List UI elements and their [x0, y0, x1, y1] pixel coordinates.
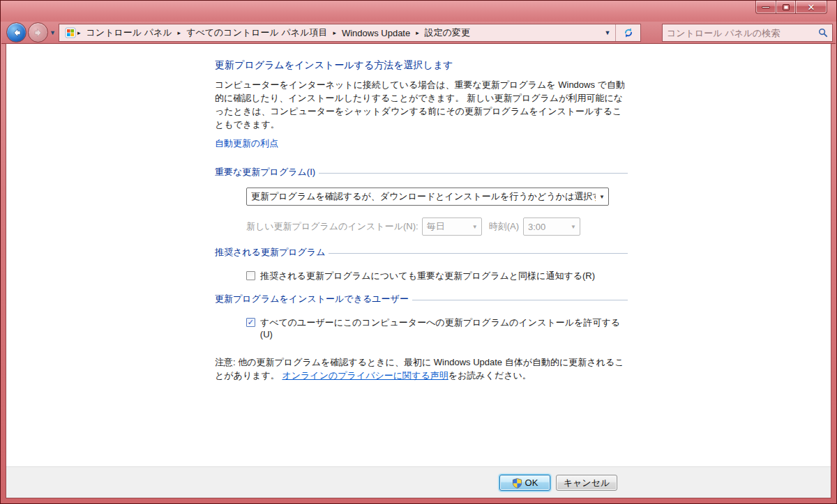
privacy-statement-link[interactable]: オンラインのプライバシーに関する声明: [282, 370, 448, 381]
breadcrumb-item-windows-update[interactable]: Windows Update: [338, 28, 414, 38]
install-schedule-row: 新しい更新プログラムのインストール(N): 毎日 ▼ 時刻(A) 3:00 ▼: [246, 217, 628, 236]
close-icon: ✕: [808, 3, 815, 12]
allow-all-users-checkbox[interactable]: ✓: [246, 318, 255, 327]
who-can-install-title: 更新プログラムをインストールできるユーザー: [215, 293, 409, 305]
recommended-updates-checkbox-label[interactable]: 推奨される更新プログラムについても重要な更新プログラムと同様に通知する(R): [260, 270, 595, 282]
cancel-button-label: キャンセル: [564, 477, 610, 489]
refresh-button[interactable]: [615, 24, 640, 41]
install-time-dropdown: 3:00 ▼: [523, 217, 580, 236]
install-frequency-dropdown: 毎日 ▼: [422, 217, 482, 236]
search-box: [662, 24, 833, 42]
dropdown-arrow-icon: ▼: [469, 224, 481, 230]
maximize-button[interactable]: [776, 1, 796, 14]
page-title: 更新プログラムをインストールする方法を選択します: [215, 59, 628, 72]
ok-button-label: OK: [525, 478, 538, 488]
footer-bar: OK キャンセル: [6, 466, 831, 498]
refresh-icon: [623, 27, 634, 38]
back-arrow-icon: [11, 27, 22, 38]
navigation-bar: ▼ ▸ コントロール パネル ▸ すべてのコントロール パネル項目 ▸ Wind…: [1, 22, 836, 44]
window: ✕ ▼ ▸ コントロール パネル: [0, 0, 837, 504]
who-can-install-section-header: 更新プログラムをインストールできるユーザー: [215, 293, 628, 305]
section-divider: [319, 173, 628, 174]
content-area: 更新プログラムをインストールする方法を選択します コンピューターをインターネット…: [6, 44, 831, 498]
note-part2: をお読みください。: [448, 370, 531, 381]
important-updates-section-header: 重要な更新プログラム(I): [215, 166, 628, 178]
install-time-value: 3:00: [524, 222, 567, 232]
intro-text: コンピューターをインターネットに接続している場合は、重要な更新プログラムを Wi…: [215, 78, 628, 131]
install-frequency-value: 毎日: [423, 220, 469, 233]
recommended-updates-row: 推奨される更新プログラムについても重要な更新プログラムと同様に通知する(R): [246, 270, 628, 282]
install-time-label: 時刻(A): [489, 220, 519, 233]
install-schedule-label: 新しい更新プログラムのインストール(N):: [246, 220, 418, 233]
who-can-install-row: ✓ すべてのユーザーにこのコンピューターへの更新プログラムのインストールを許可す…: [246, 316, 628, 339]
title-bar[interactable]: ✕: [1, 1, 836, 22]
search-icon[interactable]: [814, 28, 832, 38]
check-icon: ✓: [248, 319, 254, 326]
address-bar[interactable]: ▸ コントロール パネル ▸ すべてのコントロール パネル項目 ▸ Window…: [59, 24, 641, 42]
breadcrumb-item-change-settings[interactable]: 設定の変更: [421, 26, 474, 39]
address-dropdown-chevron-icon[interactable]: ▼: [600, 29, 615, 36]
breadcrumb-item-control-panel[interactable]: コントロール パネル: [82, 26, 176, 39]
forward-button[interactable]: [28, 22, 48, 43]
breadcrumb-item-all-items[interactable]: すべてのコントロール パネル項目: [182, 26, 331, 39]
close-button[interactable]: ✕: [796, 1, 827, 14]
important-updates-dropdown-value: 更新プログラムを確認するが、ダウンロードとインストールを行うかどうかは選択する: [247, 190, 596, 203]
minimize-icon: [762, 6, 770, 8]
maximize-icon: [783, 4, 790, 10]
important-updates-dropdown[interactable]: 更新プログラムを確認するが、ダウンロードとインストールを行うかどうかは選択する …: [246, 188, 609, 206]
control-panel-icon: [65, 27, 76, 38]
breadcrumb-arrow-icon[interactable]: ▸: [76, 29, 82, 36]
recent-pages-chevron-icon[interactable]: ▼: [50, 29, 56, 36]
dropdown-arrow-icon: ▼: [567, 224, 580, 230]
breadcrumb-arrow-icon[interactable]: ▸: [331, 29, 338, 36]
dropdown-arrow-icon: ▼: [596, 194, 608, 200]
ok-button[interactable]: OK: [499, 475, 550, 491]
recommended-updates-title: 推奨される更新プログラム: [215, 246, 325, 259]
recommended-updates-checkbox[interactable]: [246, 271, 255, 280]
uac-shield-icon: [512, 478, 522, 489]
search-input[interactable]: [663, 28, 814, 38]
caption-buttons: ✕: [755, 1, 827, 14]
section-divider: [412, 300, 628, 300]
breadcrumb-arrow-icon[interactable]: ▸: [176, 29, 183, 36]
breadcrumb: ▸ コントロール パネル ▸ すべてのコントロール パネル項目 ▸ Window…: [59, 24, 600, 41]
breadcrumb-arrow-icon[interactable]: ▸: [414, 29, 421, 36]
auto-update-benefits-link[interactable]: 自動更新の利点: [215, 137, 278, 150]
allow-all-users-checkbox-label[interactable]: すべてのユーザーにこのコンピューターへの更新プログラムのインストールを許可する(…: [260, 316, 628, 339]
forward-arrow-icon: [33, 27, 44, 38]
section-divider: [329, 253, 628, 254]
recommended-updates-section-header: 推奨される更新プログラム: [215, 246, 628, 259]
note-text: 注意: 他の更新プログラムを確認するときに、最初に Windows Update…: [215, 356, 628, 382]
important-updates-title: 重要な更新プログラム(I): [215, 166, 315, 178]
cancel-button[interactable]: キャンセル: [556, 475, 617, 491]
back-button[interactable]: [6, 22, 27, 43]
minimize-button[interactable]: [755, 1, 776, 14]
